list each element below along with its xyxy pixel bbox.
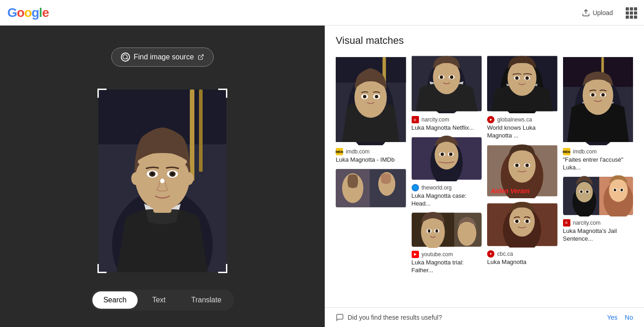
svg-point-98: [620, 189, 623, 191]
match-card-bottom-col1[interactable]: [336, 168, 406, 209]
card-image-1: [336, 54, 406, 145]
svg-point-41: [435, 141, 458, 169]
card-image-wrapper: [336, 168, 406, 209]
feedback-question: Did you find these results useful?: [336, 313, 442, 322]
aiden-veram-overlay: Aiden Veram: [491, 187, 530, 195]
col-2: ≡ narcity.com Luka Magnotta Netflix...: [412, 54, 482, 278]
upload-icon: [582, 9, 590, 17]
card-title-narcity: Luka Magnotta Netflix...: [412, 124, 482, 132]
card-image-wrapper: [336, 54, 406, 145]
feedback-actions: Yes No: [607, 314, 633, 321]
find-image-source-button[interactable]: Find image source: [111, 47, 214, 67]
svg-point-15: [151, 173, 154, 175]
source-name-narcity: narcity.com: [422, 116, 449, 123]
tab-search[interactable]: Search: [92, 291, 138, 309]
card-image-10: [336, 168, 406, 209]
source-name-imdb: imdb.com: [346, 148, 370, 155]
svg-point-44: [440, 153, 444, 156]
card-title-globalnews: World knows Luka Magnotta ...: [487, 124, 558, 140]
svg-point-52: [435, 229, 438, 232]
svg-point-66: [515, 164, 518, 167]
card-image-wrapper: Aiden Veram: [487, 143, 558, 198]
selection-corner-br: [218, 264, 227, 273]
youtube-favicon: ▶: [412, 251, 419, 258]
lens-icon: [121, 53, 130, 62]
upload-button[interactable]: Upload: [576, 6, 618, 20]
cards-grid: IMDb imdb.com Luka Magnotta - IMDb: [336, 54, 633, 278]
col-3: ▶ globalnews.ca World knows Luka Magnott…: [487, 54, 558, 278]
visual-matches-title: Visual matches: [336, 35, 633, 47]
match-card-imdb-main[interactable]: IMDb imdb.com Luka Magnotta - IMDb: [336, 54, 406, 164]
left-panel: Find image source: [0, 26, 325, 327]
header-left: Google: [7, 5, 48, 20]
svg-point-97: [613, 189, 616, 191]
svg-line-2: [127, 58, 128, 60]
match-card-youtube[interactable]: ▶ youtube.com Luka Magnotta trial: Fathe…: [412, 211, 482, 274]
col-4: IMDb imdb.com "Faites entrer l'accusé" L…: [563, 54, 633, 278]
google-logo[interactable]: Google: [7, 5, 48, 20]
selected-image-container: [98, 90, 226, 272]
match-card-cbc[interactable]: ● cbc.ca Luka Magnotta: [487, 202, 558, 266]
feedback-icon: [336, 313, 344, 322]
source-name-narcity2: narcity.com: [573, 220, 601, 226]
selection-corner-bl: [97, 264, 107, 273]
matches-container: Visual matches: [325, 26, 644, 307]
feedback-yes-button[interactable]: Yes: [607, 314, 617, 321]
card-image-6: [412, 211, 482, 248]
find-image-source-label: Find image source: [134, 53, 194, 61]
svg-point-63: [509, 148, 536, 182]
globalnews-favicon: ▶: [487, 116, 494, 123]
imdb-favicon: IMDb: [336, 148, 343, 155]
svg-point-45: [449, 153, 452, 156]
svg-point-91: [586, 190, 589, 193]
svg-point-75: [526, 220, 529, 223]
upload-label: Upload: [593, 9, 613, 16]
svg-point-84: [601, 93, 604, 96]
source-name-imdb2: imdb.com: [573, 148, 597, 155]
card-image-wrapper: [563, 175, 633, 216]
svg-point-18: [184, 172, 193, 185]
svg-point-83: [591, 93, 594, 96]
match-card-theworld[interactable]: 🌐 theworld.org Luka Magnotta case: Head.…: [412, 136, 482, 208]
match-card-imdb-faites[interactable]: IMDb imdb.com "Faites entrer l'accusé" L…: [563, 54, 633, 172]
match-card-globalnews[interactable]: ▶ globalnews.ca World knows Luka Magnott…: [487, 54, 558, 140]
card-image-wrapper: [487, 202, 558, 248]
svg-point-1: [123, 55, 127, 59]
feedback-no-button[interactable]: No: [625, 314, 633, 321]
bottom-tabs: Search Text Translate: [91, 290, 234, 311]
card-image-8: [487, 202, 558, 248]
svg-point-74: [515, 220, 518, 223]
svg-point-94: [609, 179, 628, 202]
source-info-narcity: ≡ narcity.com: [412, 116, 482, 123]
feedback-bar: Did you find these results useful? Yes N…: [325, 307, 644, 327]
source-info-globalnews: ▶ globalnews.ca: [487, 116, 558, 123]
svg-point-87: [575, 182, 592, 202]
svg-point-59: [515, 76, 518, 79]
match-card-aiden[interactable]: Aiden Veram: [487, 143, 558, 198]
svg-point-17: [131, 172, 140, 185]
match-card-narcity-jail[interactable]: ≡ narcity.com Luka Magnotta's Jail Sente…: [563, 175, 633, 243]
narcity-favicon-2: ≡: [563, 219, 570, 227]
feedback-text: Did you find these results useful?: [348, 314, 442, 321]
imdb-favicon-2: IMDb: [563, 148, 570, 155]
svg-rect-6: [190, 90, 194, 181]
match-card-narcity[interactable]: ≡ narcity.com Luka Magnotta Netflix...: [412, 54, 482, 132]
center-dot: [160, 179, 165, 183]
card-image-wrapper: [412, 136, 482, 181]
theworld-favicon: 🌐: [412, 184, 419, 191]
main-content: Find image source: [0, 26, 644, 327]
source-info-theworld: 🌐 theworld.org: [412, 184, 482, 191]
card-image-2: [412, 54, 482, 113]
svg-point-60: [526, 76, 529, 79]
svg-point-67: [526, 164, 529, 167]
tab-translate[interactable]: Translate: [180, 291, 232, 309]
card-title-narcity2: Luka Magnotta's Jail Sentence...: [563, 227, 633, 243]
right-content: Visual matches: [325, 26, 644, 327]
apps-grid-icon[interactable]: [626, 7, 637, 18]
card-image-9: [563, 175, 633, 216]
card-title-theworld: Luka Magnotta case: Head...: [412, 192, 482, 208]
svg-point-16: [171, 173, 174, 175]
tab-text[interactable]: Text: [141, 291, 177, 309]
card-image-wrapper: [563, 54, 633, 145]
source-name-cbc: cbc.ca: [497, 251, 513, 257]
